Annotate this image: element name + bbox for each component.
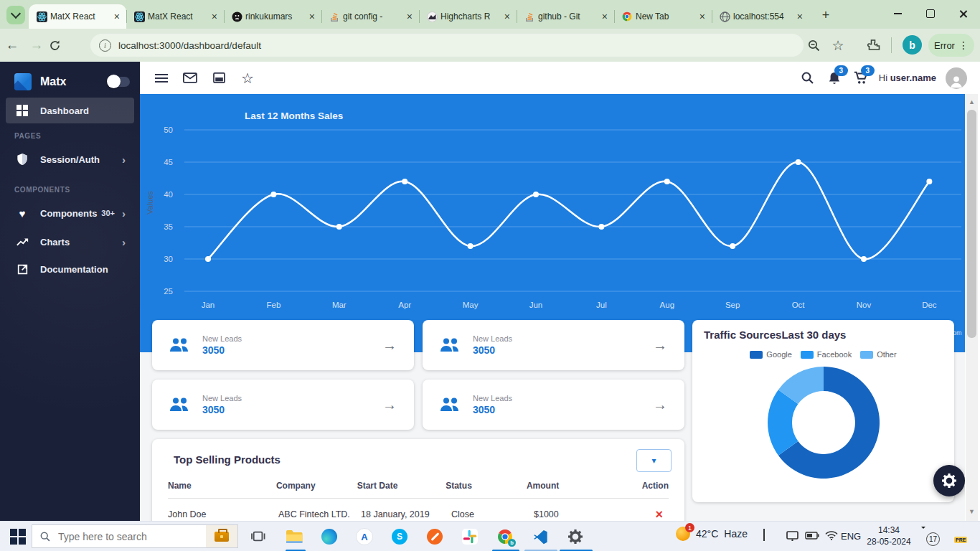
window-button[interactable] — [210, 70, 227, 87]
extensions-button[interactable] — [865, 37, 882, 54]
scrollbar-down-arrow[interactable]: ▼ — [966, 508, 978, 515]
table-header-cell: Action — [642, 481, 669, 491]
tab-close-icon[interactable]: × — [405, 11, 415, 22]
wifi-tray-icon[interactable] — [825, 531, 838, 540]
tab-close-icon[interactable]: × — [502, 11, 512, 22]
start-button[interactable] — [10, 529, 26, 545]
browser-menu-error-button[interactable]: Error ⋮ — [928, 34, 974, 57]
browser-tab[interactable]: MatX React× — [126, 4, 224, 29]
svg-text:25: 25 — [164, 287, 173, 296]
svg-text:Dec: Dec — [922, 301, 937, 309]
components-count-badge: 30+ — [101, 209, 115, 217]
browser-tab[interactable]: rinkukumars× — [224, 4, 321, 29]
arrow-right-icon[interactable]: → — [382, 337, 397, 354]
window-minimize-button[interactable] — [881, 0, 914, 27]
cart-button[interactable]: 3 — [852, 70, 870, 87]
products-title: Top Selling Products — [174, 453, 281, 466]
tray-expand-button[interactable] — [763, 530, 765, 541]
slack-button[interactable] — [460, 527, 480, 546]
stat-card-new-leads-1[interactable]: New Leads3050 → — [152, 320, 414, 370]
pen-app-button[interactable] — [425, 527, 445, 546]
mail-button[interactable] — [182, 70, 199, 87]
address-bar[interactable]: i localhost:3000/dashboard/default — [90, 34, 804, 57]
vscode-button[interactable] — [530, 527, 550, 546]
tab-close-icon[interactable]: × — [600, 11, 610, 22]
search-button[interactable] — [799, 70, 816, 87]
legend-item[interactable]: Google — [750, 350, 791, 359]
task-view-button[interactable] — [248, 527, 268, 546]
tab-close-icon[interactable]: × — [112, 11, 122, 22]
browser-tab[interactable]: git config - × — [321, 4, 419, 29]
app-a-button[interactable]: A — [354, 527, 374, 546]
tab-close-icon[interactable]: × — [307, 11, 317, 22]
arrow-right-icon[interactable]: → — [382, 397, 397, 413]
zoom-button[interactable] — [805, 37, 822, 54]
bookmark-star-button[interactable]: ☆ — [829, 37, 847, 54]
legend-item[interactable]: Other — [860, 350, 897, 359]
reload-button[interactable] — [49, 39, 73, 52]
taskbar-clock[interactable]: 14:34 28-05-2024 — [864, 524, 913, 547]
briefcase-icon — [215, 532, 229, 542]
products-filter-dropdown[interactable]: ▾ — [636, 449, 672, 472]
sidebar-item-components[interactable]: ♥ Components 30+ › — [6, 200, 134, 226]
language-indicator[interactable]: ENG — [841, 531, 861, 542]
browser-profile-avatar[interactable]: b — [903, 35, 922, 55]
stat-card-new-leads-4[interactable]: New Leads3050 → — [423, 380, 684, 430]
scrollbar-thumb[interactable] — [967, 110, 976, 338]
svg-text:35: 35 — [164, 222, 173, 231]
menu-button[interactable] — [153, 70, 170, 87]
browser-tab[interactable]: MatX React× — [29, 4, 126, 29]
user-avatar[interactable] — [946, 67, 967, 89]
settings-fab[interactable] — [933, 465, 965, 496]
window-maximize-button[interactable] — [914, 0, 947, 27]
file-explorer-button[interactable] — [284, 527, 304, 546]
sidebar-item-charts[interactable]: Charts › — [6, 229, 134, 255]
browser-tab[interactable]: github - Git× — [517, 4, 614, 29]
edge-button[interactable] — [319, 527, 339, 546]
search-highlight-zone[interactable] — [206, 525, 237, 547]
svg-text:May: May — [463, 301, 479, 309]
back-button[interactable]: ← — [0, 37, 24, 53]
tab-search-button[interactable] — [6, 6, 25, 24]
arrow-right-icon[interactable]: → — [653, 397, 667, 413]
scrollbar-up-arrow[interactable]: ▲ — [966, 98, 978, 105]
search-input[interactable] — [57, 530, 206, 543]
sidebar-toggle[interactable] — [108, 77, 130, 87]
skype-button[interactable]: S — [390, 527, 410, 546]
legend-item[interactable]: Facebook — [801, 350, 852, 359]
stat-card-new-leads-2[interactable]: New Leads3050 → — [423, 320, 684, 370]
taskbar-weather[interactable]: 1 42°C Haze — [676, 527, 748, 541]
site-info-icon[interactable]: i — [99, 39, 111, 52]
star-button[interactable]: ☆ — [239, 70, 256, 87]
stat-value: 3050 — [473, 344, 653, 356]
tab-close-icon[interactable]: × — [795, 11, 805, 22]
delete-icon[interactable]: × — [655, 507, 663, 522]
arrow-right-icon[interactable]: → — [653, 337, 667, 354]
taskbar-search[interactable] — [32, 524, 238, 548]
window-close-button[interactable] — [947, 0, 980, 27]
sidebar-item-documentation[interactable]: Documentation — [6, 256, 134, 282]
forward-button[interactable]: → — [24, 37, 49, 53]
browser-tab[interactable]: Highcharts R× — [419, 4, 517, 29]
zoom-out-icon — [807, 39, 821, 52]
cast-tray-icon[interactable] — [786, 531, 798, 541]
stat-card-new-leads-3[interactable]: New Leads3050 → — [152, 380, 414, 430]
notifications-button[interactable]: 3 — [826, 70, 843, 87]
tab-close-icon[interactable]: × — [209, 11, 220, 22]
chrome-button[interactable]: b — [495, 527, 515, 546]
new-tab-button[interactable]: + — [818, 8, 834, 23]
sidebar-item-dashboard[interactable]: Dashboard — [6, 98, 134, 123]
page-scrollbar[interactable]: ▲ ▼ — [966, 94, 978, 521]
tab-title: localhost:554 — [733, 11, 792, 22]
battery-tray-icon[interactable] — [805, 532, 819, 540]
url-text[interactable]: localhost:3000/dashboard/default — [118, 40, 261, 51]
sidebar-item-session-auth[interactable]: Session/Auth › — [6, 146, 134, 172]
browser-tab[interactable]: New Tab× — [614, 4, 712, 29]
table-row[interactable]: John DoeABC Fintech LTD.18 January, 2019… — [152, 505, 684, 521]
clock-date: 28-05-2024 — [864, 536, 913, 547]
tab-close-icon[interactable]: × — [697, 11, 707, 22]
settings-button[interactable] — [565, 527, 585, 546]
browser-tab[interactable]: localhost:554× — [712, 4, 809, 29]
sidebar-item-label: Session/Auth — [40, 154, 122, 165]
table-cell: ABC Fintech LTD. — [278, 509, 361, 519]
